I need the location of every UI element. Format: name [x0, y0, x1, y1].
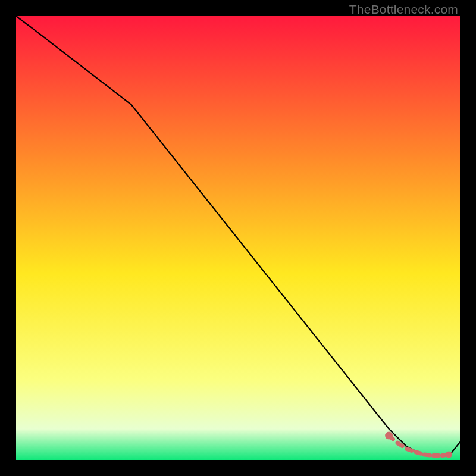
optimal-end-dot [446, 452, 452, 458]
chart-stage: TheBottleneck.com [0, 0, 476, 476]
plot-area [16, 16, 460, 460]
watermark-text: TheBottleneck.com [349, 2, 458, 17]
chart-svg [16, 16, 460, 460]
